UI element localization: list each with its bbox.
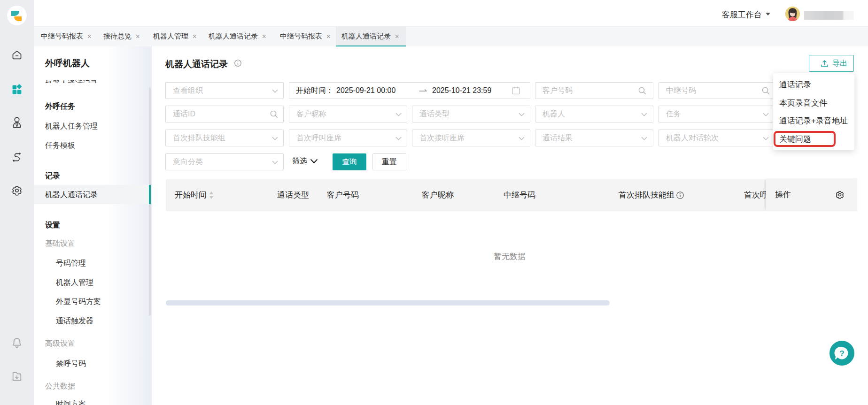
svg-text:?: ? bbox=[839, 349, 844, 358]
